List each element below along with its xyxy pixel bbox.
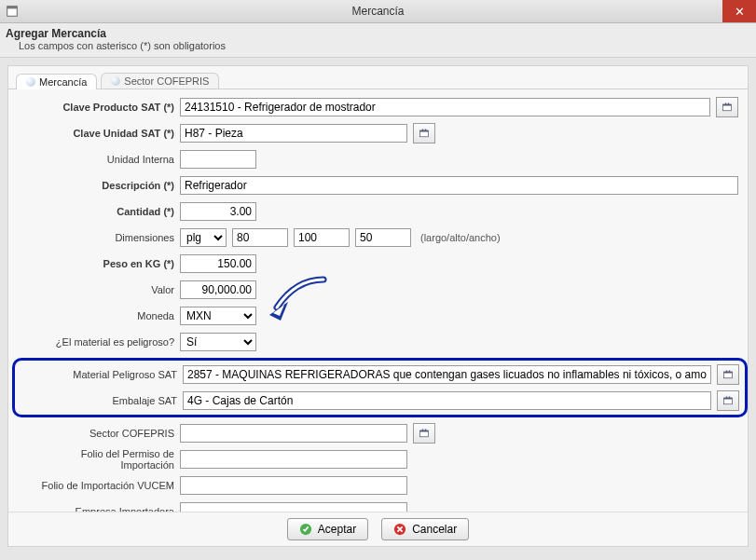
svg-rect-5	[723, 104, 732, 106]
label-valor: Valor	[33, 284, 180, 295]
dimensiones-alto-input[interactable]	[294, 228, 350, 247]
content-panel: Mercancía Sector COFEPRIS Clave Producto…	[7, 65, 749, 547]
tab-body: Clave Producto SAT (*) Clave Unidad SAT …	[8, 89, 748, 512]
svg-rect-7	[728, 103, 730, 105]
dimensiones-hint: (largo/alto/ancho)	[420, 232, 501, 243]
material-peligroso-sat-input[interactable]	[183, 365, 711, 384]
tab-label: Mercancía	[39, 76, 87, 88]
clave-unidad-input[interactable]	[180, 124, 407, 143]
svg-rect-6	[725, 103, 727, 105]
svg-rect-22	[422, 430, 424, 431]
clave-producto-picker-button[interactable]	[716, 97, 738, 117]
material-peligroso-picker-button[interactable]	[717, 364, 739, 385]
svg-rect-10	[422, 130, 424, 131]
peso-input[interactable]	[180, 254, 256, 273]
page-title: Agregar Mercancía	[6, 27, 747, 40]
window-title: Mercancía	[0, 5, 756, 18]
embalaje-sat-input[interactable]	[183, 391, 711, 410]
folio-permiso-input[interactable]	[180, 450, 407, 469]
dialog-footer: Aceptar Cancelar	[8, 512, 748, 546]
svg-rect-21	[420, 430, 429, 432]
label-material-peligroso-sat: Material Peligroso SAT	[21, 369, 183, 380]
material-peligroso-highlight-group: Material Peligroso SAT Embalaje SAT	[12, 358, 748, 417]
close-icon: ✕	[735, 5, 745, 19]
label-folio-vucem: Folio de Importación VUCEM	[33, 480, 180, 491]
label-sector-cofepris: Sector COFEPRIS	[33, 428, 180, 439]
label-unidad-interna: Unidad Interna	[33, 154, 180, 165]
svg-rect-18	[726, 397, 728, 399]
tab-sector-cofepris[interactable]: Sector COFEPRIS	[101, 73, 219, 89]
svg-rect-23	[425, 430, 427, 431]
picker-icon	[419, 428, 430, 439]
clave-unidad-picker-button[interactable]	[413, 123, 435, 143]
label-embalaje-sat: Embalaje SAT	[21, 395, 183, 406]
material-peligroso-select[interactable]: Sí	[180, 333, 256, 351]
button-label: Cancelar	[412, 523, 457, 536]
svg-rect-19	[729, 397, 731, 399]
label-cantidad: Cantidad (*)	[33, 206, 180, 217]
descripcion-input[interactable]	[180, 176, 738, 195]
title-bar: Mercancía ✕	[0, 0, 756, 23]
cancelar-button[interactable]: Cancelar	[381, 518, 469, 540]
svg-rect-17	[724, 398, 733, 400]
label-empresa-importadora: Empresa Importadora	[33, 506, 180, 512]
page-header: Agregar Mercancía Los campos con asteris…	[0, 23, 756, 58]
label-descripcion: Descripción (*)	[33, 180, 180, 191]
dimensiones-ancho-input[interactable]	[355, 228, 411, 247]
svg-rect-11	[425, 130, 427, 131]
label-folio-permiso: Folio del Permiso de Importación	[33, 448, 180, 471]
svg-rect-15	[729, 371, 731, 373]
label-clave-unidad: Clave Unidad SAT (*)	[33, 128, 180, 139]
picker-icon	[722, 102, 733, 113]
cancel-circle-icon	[393, 523, 406, 536]
tab-dot-icon	[26, 77, 35, 87]
label-clave-producto: Clave Producto SAT (*)	[33, 102, 180, 113]
picker-icon	[722, 369, 734, 380]
empresa-importadora-input[interactable]	[180, 502, 407, 512]
sector-cofepris-input[interactable]	[180, 424, 407, 443]
tab-dot-icon	[111, 76, 120, 86]
picker-icon	[722, 395, 734, 406]
cantidad-input[interactable]	[180, 202, 256, 221]
clave-producto-input[interactable]	[180, 98, 710, 116]
label-peso: Peso en KG (*)	[33, 258, 180, 269]
close-button[interactable]: ✕	[722, 0, 756, 22]
dimensiones-largo-input[interactable]	[232, 228, 288, 247]
label-moneda: Moneda	[33, 310, 180, 321]
sector-cofepris-picker-button[interactable]	[413, 423, 435, 444]
folio-vucem-input[interactable]	[180, 476, 407, 495]
dimensiones-unit-select[interactable]: plg	[180, 228, 227, 247]
svg-rect-14	[726, 371, 728, 373]
page-subtitle: Los campos con asterisco (*) son obligat…	[19, 40, 747, 51]
aceptar-button[interactable]: Aceptar	[287, 518, 368, 540]
embalaje-picker-button[interactable]	[717, 390, 739, 411]
moneda-select[interactable]: MXN	[180, 307, 256, 325]
tab-label: Sector COFEPRIS	[124, 75, 209, 87]
button-label: Aceptar	[318, 523, 356, 536]
tab-strip: Mercancía Sector COFEPRIS	[8, 66, 748, 89]
valor-input[interactable]	[180, 280, 256, 299]
label-dimensiones: Dimensiones	[33, 232, 180, 243]
svg-rect-9	[420, 130, 429, 132]
unidad-interna-input[interactable]	[180, 150, 256, 169]
tab-mercancia[interactable]: Mercancía	[16, 74, 97, 89]
check-circle-icon	[299, 523, 312, 536]
svg-rect-1	[7, 7, 18, 9]
svg-rect-13	[724, 372, 733, 374]
label-material-peligroso-q: ¿El material es peligroso?	[33, 336, 180, 348]
app-icon	[6, 5, 19, 18]
picker-icon	[419, 128, 430, 139]
